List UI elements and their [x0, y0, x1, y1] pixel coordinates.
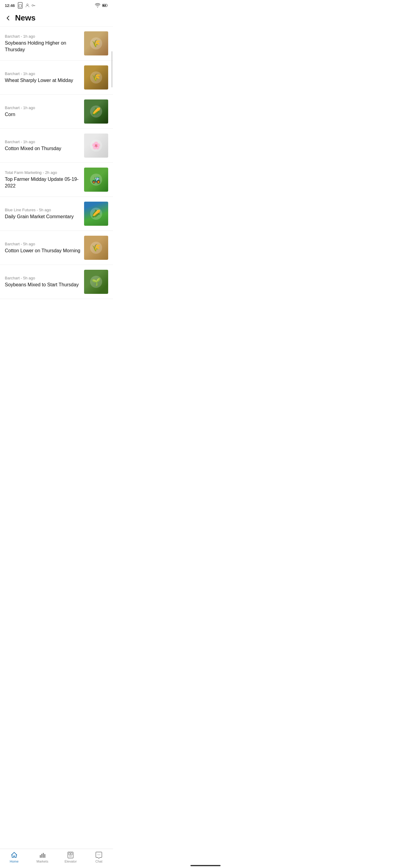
- news-item[interactable]: Barchart - 1h ago Corn 🌽: [0, 95, 113, 129]
- news-headline: Corn: [5, 111, 81, 118]
- wifi-icon: [95, 3, 100, 8]
- news-source: Barchart - 1h ago: [5, 140, 81, 144]
- news-source: Barchart - 5h ago: [5, 276, 81, 280]
- news-source: Blue Line Futures - 5h ago: [5, 208, 81, 212]
- news-content: Barchart - 1h ago Soybeans Holding Highe…: [5, 34, 81, 53]
- news-image-shape: 🌽: [90, 208, 102, 220]
- news-content: Barchart - 5h ago Cotton Lower on Thursd…: [5, 242, 81, 254]
- news-headline: Soybeans Holding Higher on Thursday: [5, 40, 81, 53]
- news-item[interactable]: Total Farm Marketing - 2h ago Top Farmer…: [0, 163, 113, 197]
- status-bar: 12:46: [0, 0, 113, 11]
- svg-rect-0: [18, 2, 22, 8]
- news-source: Barchart - 1h ago: [5, 34, 81, 38]
- news-image: 🌾: [84, 236, 108, 260]
- news-source: Total Farm Marketing - 2h ago: [5, 170, 81, 175]
- news-item[interactable]: Barchart - 5h ago Soybeans Mixed to Star…: [0, 265, 113, 299]
- news-image-shape: 🌸: [90, 140, 102, 152]
- news-image-shape: 🌱: [90, 276, 102, 288]
- news-content: Barchart - 5h ago Soybeans Mixed to Star…: [5, 276, 81, 288]
- news-source: Barchart - 5h ago: [5, 242, 81, 246]
- news-headline: Wheat Sharply Lower at Midday: [5, 77, 81, 84]
- news-content: Total Farm Marketing - 2h ago Top Farmer…: [5, 170, 81, 189]
- news-headline: Top Farmer Midday Update 05-19-2022: [5, 176, 81, 189]
- news-item[interactable]: Blue Line Futures - 5h ago Daily Grain M…: [0, 197, 113, 231]
- news-image-shape: 🌽: [90, 105, 102, 118]
- news-image-shape: 🌾: [90, 242, 102, 254]
- news-item[interactable]: Barchart - 1h ago Cotton Mixed on Thursd…: [0, 129, 113, 163]
- svg-rect-1: [19, 4, 22, 7]
- news-content: Blue Line Futures - 5h ago Daily Grain M…: [5, 208, 81, 220]
- key-icon: [31, 3, 36, 8]
- status-right-icons: [95, 3, 108, 8]
- avatar-icon: [25, 3, 30, 8]
- news-content: Barchart - 1h ago Corn: [5, 105, 81, 118]
- news-item[interactable]: Barchart - 5h ago Cotton Lower on Thursd…: [0, 231, 113, 265]
- news-headline: Cotton Mixed on Thursday: [5, 145, 81, 152]
- battery-icon: [102, 3, 108, 8]
- news-image: 🌽: [84, 202, 108, 226]
- news-headline: Cotton Lower on Thursday Morning: [5, 247, 81, 254]
- news-list: Barchart - 1h ago Soybeans Holding Highe…: [0, 27, 113, 323]
- news-source: Barchart - 1h ago: [5, 71, 81, 76]
- news-image: 🌽: [84, 99, 108, 124]
- news-content: Barchart - 1h ago Cotton Mixed on Thursd…: [5, 140, 81, 152]
- news-item[interactable]: Barchart - 1h ago Wheat Sharply Lower at…: [0, 61, 113, 95]
- news-image: 🚜: [84, 167, 108, 192]
- status-time: 12:46: [5, 2, 36, 9]
- page-title: News: [15, 13, 36, 23]
- news-image: 🌸: [84, 133, 108, 158]
- news-image: 🌱: [84, 270, 108, 294]
- svg-point-2: [27, 4, 28, 5]
- news-image-shape: 🌾: [90, 37, 102, 50]
- page-header: News: [0, 11, 113, 27]
- news-image: 🌾: [84, 31, 108, 56]
- svg-point-3: [32, 4, 33, 6]
- news-headline: Soybeans Mixed to Start Thursday: [5, 281, 81, 288]
- news-headline: Daily Grain Market Commentary: [5, 213, 81, 220]
- back-button[interactable]: [5, 15, 11, 22]
- news-image: 🌾: [84, 65, 108, 90]
- news-source: Barchart - 1h ago: [5, 105, 81, 110]
- news-image-shape: 🌾: [90, 71, 102, 84]
- news-image-shape: 🚜: [90, 174, 102, 186]
- news-content: Barchart - 1h ago Wheat Sharply Lower at…: [5, 71, 81, 84]
- news-item[interactable]: Barchart - 1h ago Soybeans Holding Highe…: [0, 27, 113, 61]
- scrollbar-indicator: [112, 51, 113, 87]
- status-icons: [17, 2, 36, 9]
- sim-icon: [17, 2, 24, 9]
